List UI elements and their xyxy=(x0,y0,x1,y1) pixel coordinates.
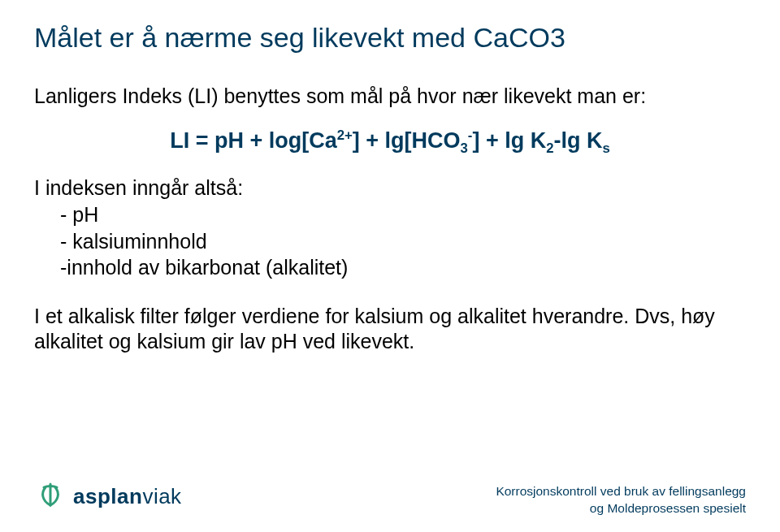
bullet-list: - pH - kalsiuminnhold -innhold av bikarb… xyxy=(34,201,746,281)
footer: Korrosjonskontroll ved bruk av fellingsa… xyxy=(496,483,746,517)
formula-sup-2plus: 2+ xyxy=(337,128,353,143)
footer-line-1: Korrosjonskontroll ved bruk av fellingsa… xyxy=(496,483,746,500)
logo-bold: asplan xyxy=(73,484,142,508)
formula-mid3: -lg K xyxy=(554,128,603,153)
formula-mid1: ] + lg[HCO xyxy=(353,128,461,153)
formula-mid2: ] + lg K xyxy=(472,128,546,153)
formula-sub-2: 2 xyxy=(546,141,553,156)
formula: LI = pH + log[Ca2+] + lg[HCO3-] + lg K2-… xyxy=(170,128,610,154)
body-paragraph: I et alkalisk filter følger verdiene for… xyxy=(34,304,746,355)
slide-title: Målet er å nærme seg likevekt med CaCO3 xyxy=(34,21,746,54)
footer-line-2: og Moldeprosessen spesielt xyxy=(496,500,746,517)
formula-row: LI = pH + log[Ca2+] + lg[HCO3-] + lg K2-… xyxy=(34,128,746,154)
formula-sub-3: 3 xyxy=(461,141,468,156)
logo-text: asplanviak xyxy=(73,484,182,509)
formula-sub-s: s xyxy=(603,141,610,156)
logo-mark-icon xyxy=(34,478,67,514)
list-item: - pH xyxy=(60,201,746,228)
logo-light: viak xyxy=(142,484,181,508)
list-intro: I indeksen inngår altså: xyxy=(34,176,746,200)
logo: asplanviak xyxy=(34,478,182,514)
list-item: -innhold av bikarbonat (alkalitet) xyxy=(60,254,746,281)
formula-prefix: LI = pH + log[Ca xyxy=(170,128,337,153)
slide: Målet er å nærme seg likevekt med CaCO3 … xyxy=(0,0,780,532)
list-item: - kalsiuminnhold xyxy=(60,228,746,255)
intro-text: Lanligers Indeks (LI) benyttes som mål p… xyxy=(34,84,746,109)
